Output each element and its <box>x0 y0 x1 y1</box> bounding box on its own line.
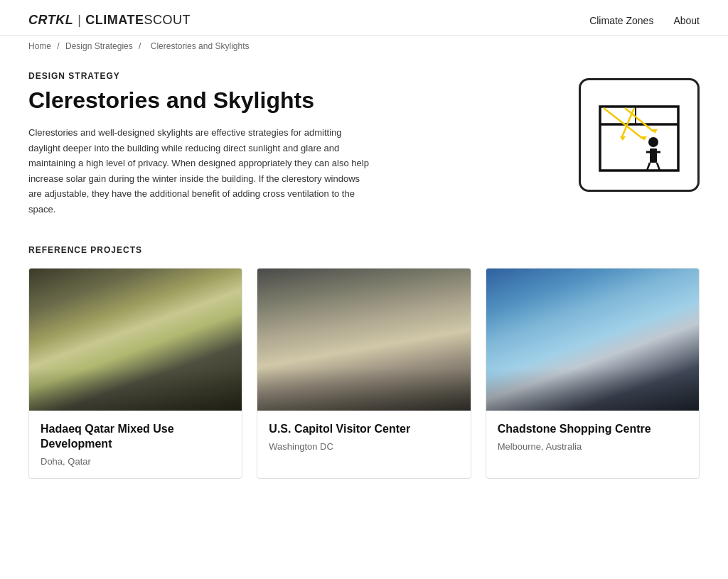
strategy-text: DESIGN STRATEGY Clerestories and Skyligh… <box>28 71 550 217</box>
reference-projects-label: REFERENCE PROJECTS <box>28 245 700 255</box>
project-name-chadstone: Chadstone Shopping Centre <box>498 422 687 437</box>
project-image-capitol <box>257 269 470 411</box>
project-location-chadstone: Melbourne, Australia <box>498 441 687 452</box>
site-logo: CRTKL|CLIMATESCOUT <box>28 13 191 28</box>
breadcrumb-sep-2: / <box>139 41 144 51</box>
logo-climate: CLIMATE <box>85 13 144 27</box>
project-location-capitol: Washington DC <box>269 441 459 452</box>
project-card-hadaeq[interactable]: Hadaeq Qatar Mixed Use Development Doha,… <box>28 268 242 479</box>
site-header: CRTKL|CLIMATESCOUT Climate Zones About <box>0 0 728 36</box>
breadcrumb-current: Clerestories and Skylights <box>151 41 250 51</box>
logo-scout: SCOUT <box>144 13 191 27</box>
strategy-section: DESIGN STRATEGY Clerestories and Skyligh… <box>28 71 700 217</box>
nav-about[interactable]: About <box>673 15 700 26</box>
project-image-hadaeq <box>29 269 242 411</box>
project-card-capitol[interactable]: U.S. Capitol Visitor Center Washington D… <box>257 268 471 479</box>
projects-grid: Hadaeq Qatar Mixed Use Development Doha,… <box>28 268 700 479</box>
main-content: DESIGN STRATEGY Clerestories and Skyligh… <box>0 57 728 507</box>
breadcrumb-home[interactable]: Home <box>28 41 51 51</box>
svg-point-3 <box>648 137 658 147</box>
logo-separator: | <box>77 13 81 27</box>
logo-crtkl: CRTKL <box>28 13 73 27</box>
project-name-capitol: U.S. Capitol Visitor Center <box>269 422 459 437</box>
clerestory-icon <box>593 92 685 178</box>
strategy-description: Clerestories and well-designed skylights… <box>28 125 370 217</box>
project-location-hadaeq: Doha, Qatar <box>41 456 230 467</box>
main-nav: Climate Zones About <box>589 15 700 26</box>
svg-rect-4 <box>650 148 657 163</box>
project-info-hadaeq: Hadaeq Qatar Mixed Use Development Doha,… <box>29 411 242 478</box>
project-card-chadstone[interactable]: Chadstone Shopping Centre Melbourne, Aus… <box>486 268 700 479</box>
breadcrumb: Home / Design Strategies / Clerestories … <box>0 36 728 57</box>
svg-marker-13 <box>620 136 626 141</box>
reference-projects-section: REFERENCE PROJECTS Hadaeq Qatar Mixed Us… <box>28 245 700 479</box>
nav-climate-zones[interactable]: Climate Zones <box>589 15 653 26</box>
project-image-chadstone <box>486 269 699 411</box>
project-name-hadaeq: Hadaeq Qatar Mixed Use Development <box>41 422 230 452</box>
breadcrumb-design-strategies[interactable]: Design Strategies <box>65 41 133 51</box>
strategy-label: DESIGN STRATEGY <box>28 71 550 81</box>
strategy-title: Clerestories and Skylights <box>28 87 550 114</box>
project-info-chadstone: Chadstone Shopping Centre Melbourne, Aus… <box>486 411 699 463</box>
project-info-capitol: U.S. Capitol Visitor Center Washington D… <box>257 411 470 463</box>
svg-rect-0 <box>600 107 678 171</box>
strategy-icon-box <box>579 78 700 192</box>
breadcrumb-sep-1: / <box>57 41 62 51</box>
